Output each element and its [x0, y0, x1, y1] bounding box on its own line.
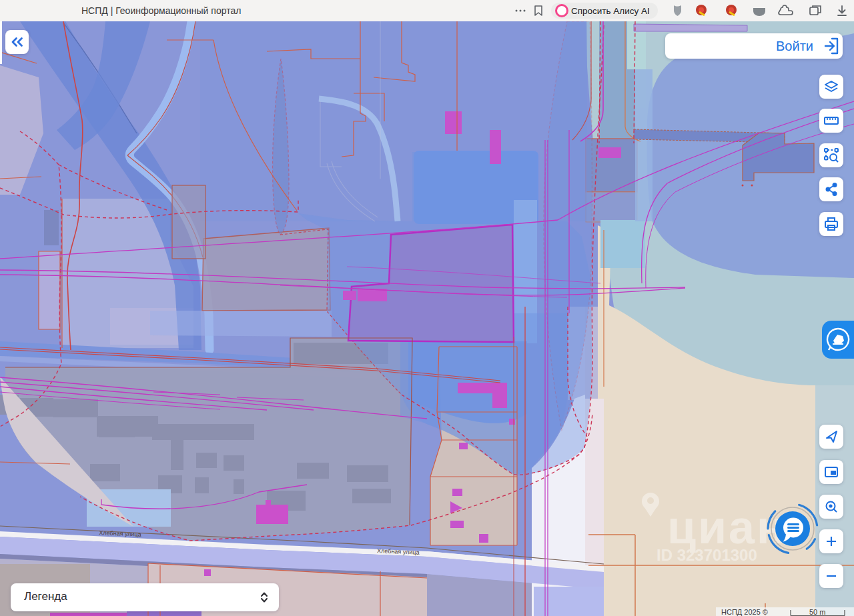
svg-text:Спросить Алису AI: Спросить Алису AI	[571, 6, 650, 16]
svg-text:ID 323701300: ID 323701300	[657, 546, 757, 564]
